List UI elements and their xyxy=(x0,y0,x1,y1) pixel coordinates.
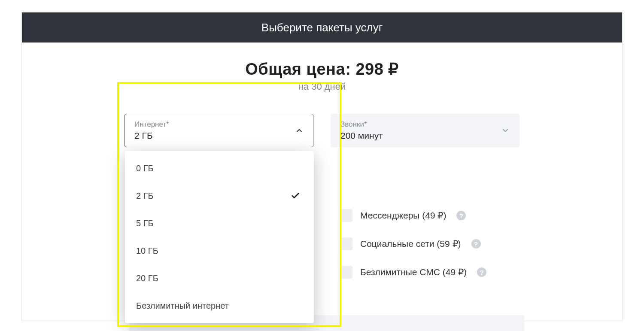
internet-dropdown-list[interactable]: 0 ГБ 2 ГБ 5 ГБ 10 ГБ xyxy=(125,155,314,319)
addon-checkbox[interactable] xyxy=(340,209,352,222)
chevron-up-icon xyxy=(295,126,304,135)
addon-checkbox[interactable] xyxy=(340,237,352,250)
calls-select-label: Звонки* xyxy=(340,120,383,129)
internet-option-5gb[interactable]: 5 ГБ xyxy=(125,210,314,237)
option-label: 10 ГБ xyxy=(136,246,158,256)
price-amount: 298 xyxy=(355,60,383,78)
addon-label: Мессенджеры (49 ₽) xyxy=(360,210,446,221)
internet-option-20gb[interactable]: 20 ГБ xyxy=(125,264,314,292)
internet-select-value: 2 ГБ xyxy=(134,131,169,141)
calls-select-value: 200 минут xyxy=(340,131,383,141)
option-label: Безлимитный интернет xyxy=(136,301,229,311)
internet-dropdown: 0 ГБ 2 ГБ 5 ГБ 10 ГБ xyxy=(125,151,314,323)
internet-select-label: Интернет* xyxy=(134,120,169,129)
addon-social: Социальные сети (59 ₽) ? xyxy=(340,230,524,258)
internet-option-0gb[interactable]: 0 ГБ xyxy=(125,155,314,182)
help-icon[interactable]: ? xyxy=(477,267,486,277)
price-period: на 30 дней xyxy=(22,81,622,92)
help-icon[interactable]: ? xyxy=(456,211,466,220)
price-label: Общая цена: xyxy=(245,60,351,78)
option-label: 20 ГБ xyxy=(136,273,158,283)
page-frame: Выберите пакеты услуг Общая цена: 298 ₽ … xyxy=(21,12,623,321)
option-label: 0 ГБ xyxy=(136,164,154,173)
content: Общая цена: 298 ₽ на 30 дней Интернет* 2… xyxy=(22,43,622,147)
check-icon xyxy=(291,191,300,200)
addon-messengers: Мессенджеры (49 ₽) ? xyxy=(340,201,524,230)
help-icon[interactable]: ? xyxy=(471,239,481,249)
addon-sms: Безлимитные СМС (49 ₽) ? xyxy=(340,258,524,286)
total-price: Общая цена: 298 ₽ xyxy=(22,60,622,79)
option-label: 2 ГБ xyxy=(136,191,154,201)
banner-title: Выберите пакеты услуг xyxy=(261,21,383,34)
internet-option-10gb[interactable]: 10 ГБ xyxy=(125,237,314,264)
price-currency: ₽ xyxy=(388,60,399,78)
selectors-row: Интернет* 2 ГБ 0 ГБ 2 ГБ xyxy=(125,114,519,147)
addon-label: Безлимитные СМС (49 ₽) xyxy=(360,267,467,277)
internet-option-unlimited[interactable]: Безлимитный интернет xyxy=(125,292,314,319)
option-label: 5 ГБ xyxy=(136,219,154,228)
addons-list: Мессенджеры (49 ₽) ? Социальные сети (59… xyxy=(340,201,524,286)
internet-select[interactable]: Интернет* 2 ГБ 0 ГБ 2 ГБ xyxy=(125,114,313,147)
addon-checkbox[interactable] xyxy=(340,266,352,279)
chevron-down-icon xyxy=(501,126,510,135)
internet-option-2gb[interactable]: 2 ГБ xyxy=(125,182,314,210)
calls-select[interactable]: Звонки* 200 минут xyxy=(331,114,519,147)
banner: Выберите пакеты услуг xyxy=(22,12,622,43)
addon-label: Социальные сети (59 ₽) xyxy=(360,239,461,249)
